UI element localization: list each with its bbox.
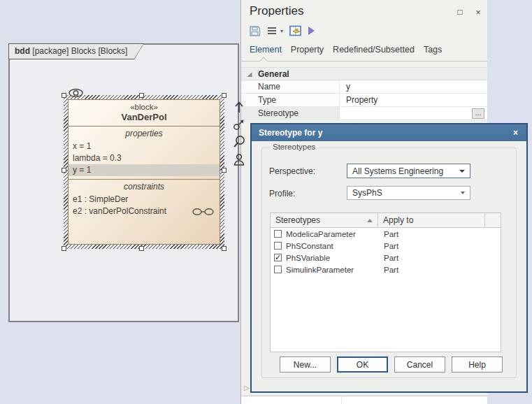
dialog-buttons: New... OK Cancel Help [280,356,503,373]
column-stereotypes[interactable]: Stereotypes [271,213,378,227]
perspective-label: Perspective: [269,166,315,176]
properties-grid: ◢ General Name y Type Property Stereotyp… [241,67,487,120]
perspective-combobox[interactable]: All Systems Engineering [347,164,470,178]
resize-handle[interactable] [139,246,144,251]
magnifier-icon[interactable] [233,135,245,150]
play-icon[interactable] [308,27,315,35]
frame-label-text: [package] Blocks [Blocks] [30,46,127,56]
tab-underline [241,61,487,62]
new-button[interactable]: New... [280,356,331,373]
block-name: VanDerPol [69,112,220,122]
table-row[interactable]: PhSConstant Part [271,240,501,252]
menu-icon[interactable] [267,27,277,35]
stereotype-browse-button[interactable]: ... [472,108,484,119]
profile-value: SysPhS [352,188,382,198]
ok-button[interactable]: OK [337,356,388,373]
stereotype-dialog: Stereotype for y × Stereotypes Perspecti… [250,123,528,393]
profile-label: Profile: [269,189,295,199]
resize-handle[interactable] [222,93,227,98]
save-icon[interactable] [249,25,261,37]
perspective-value: All Systems Engineering [352,166,443,176]
person-icon[interactable] [233,153,245,166]
panel-title: Properties [250,4,303,18]
frame-keyword: bdd [15,46,30,56]
column-spacer [485,213,501,227]
dialog-close-icon[interactable]: × [513,124,518,141]
stereotypes-groupbox: Stereotypes Perspective: All Systems Eng… [261,147,517,378]
properties-compartment: properties x = 1 lambda = 0.3 y = 1 [69,127,220,180]
panel-toolbar: ▾ [249,23,315,38]
tab-notch [259,57,267,64]
properties-compartment-label: properties [69,129,220,140]
checkbox-checked[interactable]: ✓ [274,254,282,261]
row-name-value[interactable]: y [340,80,487,93]
diagram-frame-label: bdd [package] Blocks [Blocks] [8,43,144,59]
resize-handle[interactable] [62,168,66,173]
property-y-selected[interactable]: y = 1 [69,164,220,176]
row-type-label: Type [241,94,340,106]
constraints-compartment: constraints e1 : SimpleDer e2 : vanDerPo… [69,180,220,220]
section-general-label: General [258,69,289,79]
row-type-value[interactable]: Property [340,94,487,106]
constraint-e1[interactable]: e1 : SimpleDer [69,194,220,205]
constraints-compartment-label: constraints [69,182,220,194]
table-row[interactable]: SimulinkParameter Part [271,264,501,275]
close-icon[interactable]: × [473,7,484,17]
tab-property[interactable]: Property [291,45,324,55]
resize-handle[interactable] [139,93,144,98]
row-name-label: Name [241,80,340,93]
profile-combobox[interactable]: SysPhS [347,186,470,200]
tab-element[interactable]: Element [250,45,282,55]
chevron-down-icon[interactable] [459,170,465,173]
section-general[interactable]: ◢ General [241,67,487,80]
grid-bottom-strip [241,396,487,404]
composite-indicator-icon [68,88,84,98]
resize-handle[interactable] [222,168,227,173]
row-name[interactable]: Name y [241,80,487,94]
row-stereotype[interactable]: Stereotype ... [241,107,487,120]
groupbox-label: Stereotypes [269,143,319,151]
vanderpol-block[interactable]: «block» VanDerPol properties x = 1 lambd… [64,95,224,249]
tab-tags[interactable]: Tags [424,45,442,55]
constraint-link-icon [192,208,214,216]
maximize-icon[interactable]: □ [454,7,466,17]
up-arrow-icon[interactable] [233,100,245,114]
quick-link-icon[interactable] [233,117,245,131]
tab-redefined-subsetted[interactable]: Redefined/Subsetted [333,45,415,55]
property-lambda[interactable]: lambda = 0.3 [69,152,220,164]
checkbox[interactable] [274,242,282,250]
dialog-title: Stereotype for y [259,128,322,138]
quick-toolbar [233,100,247,166]
checkbox[interactable] [274,230,282,238]
checkbox[interactable] [274,266,282,273]
resize-handle[interactable] [62,93,66,98]
table-row[interactable]: ModelicaParameter Part [271,228,501,240]
sort-ascending-icon [367,219,373,222]
cancel-button[interactable]: Cancel [394,356,445,373]
row-type[interactable]: Type Property [241,94,487,107]
resize-handle[interactable] [62,246,66,251]
section-expander-icon[interactable]: ◢ [241,71,258,78]
column-apply-to[interactable]: Apply to [378,213,485,227]
panel-tabs: Element Property Redefined/Subsetted Tag… [250,45,442,55]
row-stereotype-label: Stereotype [241,107,340,120]
help-button[interactable]: Help [452,356,503,373]
resize-handle[interactable] [222,246,227,251]
block-header: «block» VanDerPol [69,100,220,127]
collapsed-section-expander-icon[interactable]: ▷ [244,384,250,391]
block-stereotype: «block» [69,103,220,111]
menu-caret-icon[interactable]: ▾ [280,28,283,34]
row-stereotype-value[interactable]: ... [340,107,487,120]
properties-window-icon[interactable] [289,25,302,36]
property-x[interactable]: x = 1 [69,140,220,152]
table-row[interactable]: ✓ PhSVariable Part [271,252,501,264]
dialog-titlebar[interactable]: Stereotype for y × [252,124,526,141]
chevron-down-icon[interactable] [461,192,465,194]
table-header: Stereotypes Apply to [271,213,501,228]
stereotype-table: Stereotypes Apply to ModelicaParameter P… [270,212,501,352]
